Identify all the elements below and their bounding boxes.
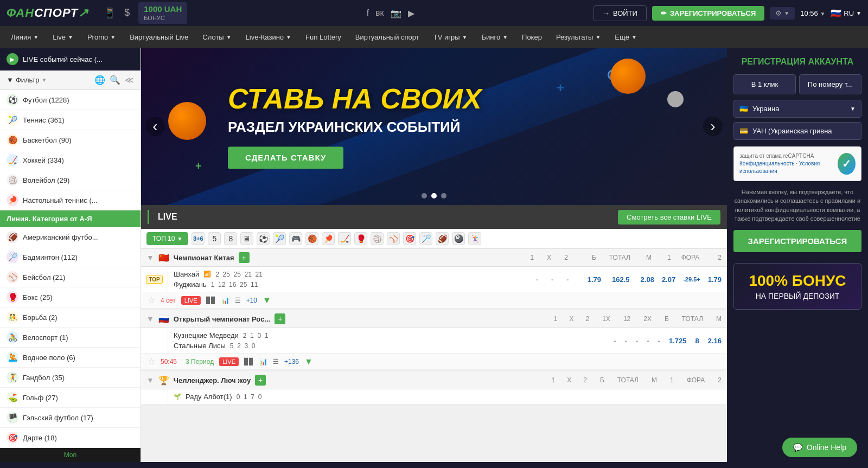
filter-icon-baseball2[interactable]: ⚾ — [387, 232, 400, 245]
filter-icon-volleyball2[interactable]: 🏐 — [371, 232, 384, 245]
language-selector[interactable]: 🇷🇺 RU ▼ — [831, 8, 861, 18]
banner-dot-3[interactable] — [441, 193, 446, 198]
filter-icon-darts2[interactable]: 🎯 — [403, 232, 416, 245]
sidebar-item-football[interactable]: ⚽ Футбол (1228) — [0, 90, 141, 110]
nav-liniya[interactable]: Линия ▼ — [4, 26, 45, 48]
sidebar-item-golf[interactable]: ⛳ Гольф (27) — [0, 388, 141, 408]
minimize-icon-russia[interactable]: ▼ — [146, 315, 154, 323]
sidebar-item-hockey[interactable]: 🏒 Хоккей (334) — [0, 150, 141, 170]
chart-icon[interactable]: 📊 — [221, 297, 229, 304]
expand-russia[interactable]: ▼ — [304, 357, 313, 367]
odds-total[interactable]: 162.5 — [609, 273, 633, 286]
nav-promo[interactable]: Promo ▼ — [81, 26, 122, 48]
odds-2f[interactable]: 1.79 — [705, 273, 725, 286]
registration-submit-button[interactable]: ЗАРЕГИСТРИРОВАТЬСЯ — [733, 230, 861, 252]
filter-icon-8[interactable]: 8 — [224, 232, 237, 245]
chart-icon-russia[interactable]: 📊 — [259, 358, 267, 366]
one-click-register-button[interactable]: В 1 клик — [733, 74, 796, 94]
list-icon[interactable]: ☰ — [235, 297, 241, 304]
dollar-icon[interactable]: $ — [124, 7, 130, 19]
banner-cta-button[interactable]: СДЕЛАТЬ СТАВКУ — [228, 147, 343, 169]
filter-icon-monitor[interactable]: 🖥 — [240, 232, 253, 245]
sidebar-item-wrestling[interactable]: 🤼 Борьба (2) — [0, 307, 141, 328]
mobile-icon[interactable]: 📱 — [104, 7, 116, 19]
filter-icon-american2[interactable]: 🏈 — [436, 232, 449, 245]
privacy-link[interactable]: Конфиденциальность — [739, 161, 794, 166]
minimize-icon-luczhou[interactable]: ▼ — [146, 376, 154, 384]
nav-live[interactable]: Live ▼ — [46, 26, 80, 48]
banner-dot-1[interactable] — [422, 193, 427, 198]
sidebar-item-waterpolo[interactable]: 🤽 Водное поло (6) — [0, 348, 141, 368]
favorite-star-china[interactable]: ☆ — [148, 295, 155, 305]
all-live-button[interactable]: Смотреть все ставки LIVE — [618, 210, 720, 225]
expand-china[interactable]: ▼ — [263, 296, 271, 305]
register-button[interactable]: ✏ ЗАРЕГИСТРИРОВАТЬСЯ — [652, 6, 764, 21]
russia-odds-total[interactable]: 8 — [692, 335, 702, 347]
filter-icon-basketball2[interactable]: 🏀 — [305, 232, 318, 245]
more-odds-china[interactable]: +10 — [246, 297, 257, 304]
sidebar-item-handball[interactable]: 🤾 Гандбол (35) — [0, 368, 141, 388]
youtube-icon[interactable]: ▶ — [408, 8, 414, 18]
login-button[interactable]: → ВОЙТИ — [593, 5, 647, 21]
filter-icon-tennis2[interactable]: 🎾 — [273, 232, 286, 245]
nav-bingo[interactable]: Бинго ▼ — [475, 26, 514, 48]
search-icon[interactable]: 🔍 — [110, 75, 120, 85]
nav-virtual-live[interactable]: Виртуальный Live — [123, 26, 195, 48]
by-number-register-button[interactable]: По номеру т... — [799, 74, 861, 94]
banner-prev-button[interactable]: ‹ — [145, 117, 165, 136]
top10-filter-button[interactable]: ТОП 10 ▼ — [146, 232, 188, 245]
nav-live-casino[interactable]: Live-Казино ▼ — [239, 26, 298, 48]
currency-selector[interactable]: 💳 УАН (Украинская гривна — [733, 122, 861, 140]
filter-icon-badminton2[interactable]: 🏸 — [419, 232, 432, 245]
favorite-star-russia[interactable]: ☆ — [148, 356, 155, 367]
odds-2[interactable]: - — [563, 273, 572, 286]
russia-odds-m[interactable]: 2.16 — [705, 335, 725, 347]
odds-x[interactable]: - — [548, 273, 557, 286]
sidebar-item-darts[interactable]: 🎯 Дарте (18) — [0, 428, 141, 448]
nav-virtual-sport[interactable]: Виртуальный спорт — [349, 26, 426, 48]
vk-icon[interactable]: вк — [375, 8, 384, 18]
russia-odds-1x[interactable]: - — [643, 335, 652, 347]
filter-icon-football2[interactable]: ⚽ — [257, 232, 270, 245]
sidebar-item-basketball[interactable]: 🏀 Баскетбол (90) — [0, 130, 141, 150]
play-button[interactable]: ▶ — [7, 53, 18, 65]
online-help-button[interactable]: 💬 Online Help — [782, 438, 857, 457]
nav-tv-games[interactable]: TV игры ▼ — [427, 26, 474, 48]
facebook-icon[interactable]: f — [367, 8, 369, 18]
odds-b[interactable]: 1.79 — [584, 273, 604, 286]
sidebar-item-tennis[interactable]: 🎾 Теннис (361) — [0, 110, 141, 130]
settings-button[interactable]: ⚙ ▼ — [770, 7, 795, 20]
nav-fun-lottery[interactable]: Fun Lottery — [299, 26, 348, 48]
odds-fora[interactable]: -29.5+ — [680, 274, 704, 285]
odds-1[interactable]: - — [533, 273, 541, 286]
filter-icon-score[interactable]: 3+6 — [192, 232, 205, 245]
filter-icon-5[interactable]: 5 — [208, 232, 221, 245]
nav-slots[interactable]: Слоты ▼ — [196, 26, 238, 48]
stats-bars-icon-russia[interactable]: ▊▊ — [244, 358, 254, 366]
filter-icon-hockey2[interactable]: 🏒 — [338, 232, 351, 245]
sidebar-item-gaelic[interactable]: 🏴 Гэльский футбол (17) — [0, 408, 141, 428]
banner-next-button[interactable]: › — [703, 117, 723, 136]
russia-odds-2[interactable]: - — [633, 335, 641, 347]
odds-1f[interactable]: 2.07 — [659, 273, 679, 286]
add-event-china-button[interactable]: + — [239, 252, 250, 263]
stats-bars-icon[interactable]: ▊▊ — [206, 297, 216, 304]
filter-icon-more2[interactable]: 🃏 — [468, 232, 481, 245]
more-odds-russia[interactable]: +136 — [284, 358, 299, 366]
list-icon-russia[interactable]: ☰ — [273, 358, 279, 366]
country-selector[interactable]: 🇺🇦 Украина ▼ — [733, 100, 861, 118]
nav-poker[interactable]: Покер — [515, 26, 548, 48]
nav-results[interactable]: Результаты ▼ — [550, 26, 607, 48]
sidebar-item-baseball[interactable]: ⚾ Бейсбол (21) — [0, 267, 141, 287]
sidebar-item-american-football[interactable]: 🏈 Американский футбо... — [0, 227, 141, 247]
sidebar-item-badminton[interactable]: 🏸 Бадминтон (112) — [0, 247, 141, 267]
filter-icon-boxing2[interactable]: 🥊 — [354, 232, 367, 245]
filter-icon-esports[interactable]: 🎮 — [289, 232, 302, 245]
russia-odds-12[interactable]: - — [655, 335, 663, 347]
filter-icon-tabletennis2[interactable]: 🏓 — [322, 232, 335, 245]
minimize-icon-china[interactable]: ▼ — [146, 253, 154, 262]
sidebar-item-boxing[interactable]: 🥊 Бокс (25) — [0, 287, 141, 307]
add-event-luczhou-button[interactable]: + — [255, 375, 266, 386]
russia-odds-1[interactable]: - — [610, 335, 619, 347]
collapse-icon[interactable]: ≪ — [125, 75, 134, 85]
